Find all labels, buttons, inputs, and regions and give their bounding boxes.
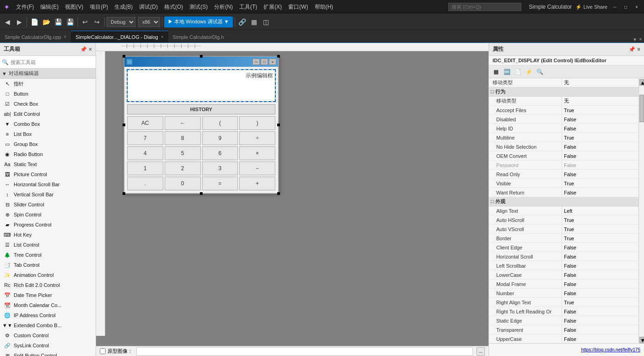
prop-value-1-5[interactable]: False — [562, 252, 639, 261]
attach-btn[interactable]: 🔗 — [237, 16, 248, 27]
toolbox-item-27[interactable]: ⊞ Split Button Control — [0, 351, 96, 356]
toolbox-item-16[interactable]: ☰ List Control — [0, 240, 96, 250]
toolbox-item-10[interactable]: ↔ Horizontal Scroll Bar — [0, 179, 96, 189]
properties-close-btn[interactable]: × — [637, 46, 640, 53]
display-area[interactable]: 示例编辑框 — [127, 70, 275, 102]
prop-value-1-10[interactable]: True — [562, 298, 639, 307]
prop-value-1-11[interactable]: False — [562, 307, 639, 316]
toolbox-search-input[interactable] — [11, 59, 94, 65]
prop-grid-btn[interactable]: ▦ — [491, 67, 501, 77]
calc-btn-r1-c0[interactable]: 7 — [127, 131, 163, 145]
toolbox-pin-btn[interactable]: 📌 — [80, 46, 87, 53]
menu-item-文件(F)[interactable]: 文件(F) — [13, 2, 37, 12]
menu-item-项目(P)[interactable]: 项目(P) — [87, 2, 111, 12]
calc-btn-r0-c0[interactable]: AC — [127, 116, 163, 130]
prop-value-0-5[interactable]: False — [562, 142, 639, 151]
menu-item-扩展(X)[interactable]: 扩展(X) — [261, 2, 284, 12]
live-share-btn[interactable]: ⚡ Live Share — [575, 4, 607, 10]
handle-bl[interactable] — [123, 192, 125, 195]
toolbox-item-2[interactable]: ☑ Check Box — [0, 99, 96, 109]
save-all-btn[interactable]: 💾 — [64, 16, 75, 27]
toolbox-item-0[interactable]: ↖ 指针 — [0, 79, 96, 89]
prop-value-1-6[interactable]: False — [562, 261, 639, 270]
calc-btn-r2-c0[interactable]: 4 — [127, 146, 163, 160]
save-btn[interactable]: 💾 — [53, 16, 64, 27]
menu-item-测试(S)[interactable]: 测试(S) — [187, 2, 210, 12]
run-btn[interactable]: ▶ 本地 Windows 调试器 ▼ — [164, 16, 233, 27]
prop-value-0-9[interactable]: True — [562, 179, 639, 188]
toolbox-item-23[interactable]: 🌐 IP Address Control — [0, 310, 96, 320]
calc-btn-r0-c1[interactable]: ← — [165, 116, 201, 130]
forward-btn[interactable]: ▶ — [14, 16, 25, 27]
calc-btn-r2-c1[interactable]: 5 — [165, 146, 201, 160]
undo-btn[interactable]: ↩ — [80, 16, 91, 27]
dialog-preview[interactable]: □ ─ □ × 示例编辑框 — [123, 56, 279, 194]
platform-dropdown[interactable]: x86 — [138, 17, 160, 27]
toolbox-item-1[interactable]: □ Button — [0, 89, 96, 99]
prop-section-0[interactable]: □ 行为 — [489, 87, 639, 97]
tab-dropdown-btn[interactable]: ▼ — [633, 37, 637, 42]
toolbox-item-17[interactable]: 🌲 Tree Control — [0, 250, 96, 260]
calc-btn-r0-c3[interactable]: ) — [239, 116, 275, 130]
toolbox-item-3[interactable]: ab| Edit Control — [0, 109, 96, 119]
handle-tl[interactable] — [123, 55, 125, 58]
close-btn[interactable]: × — [633, 3, 640, 11]
calc-btn-r0-c2[interactable]: ( — [202, 116, 238, 130]
prop-page-btn[interactable]: 📄 — [513, 67, 523, 77]
menu-item-帮助(H)[interactable]: 帮助(H) — [312, 2, 336, 12]
dialog-min-btn[interactable]: ─ — [252, 59, 260, 65]
menu-item-调试(D)[interactable]: 调试(D) — [136, 2, 161, 12]
global-search-input[interactable] — [448, 3, 521, 11]
toolbox-item-25[interactable]: ⚙ Custom Control — [0, 330, 96, 340]
menu-item-编辑(E)[interactable]: 编辑(E) — [38, 2, 61, 12]
prop-section-1[interactable]: □ 外观 — [489, 197, 639, 206]
prop-value-0-1[interactable]: True — [562, 106, 639, 114]
tab-1-close[interactable]: × — [161, 34, 164, 39]
prop-value-0-4[interactable]: True — [562, 133, 639, 142]
toolbox-item-12[interactable]: ⊟ Slider Control — [0, 200, 96, 210]
menu-item-格式(O)[interactable]: 格式(O) — [161, 2, 186, 12]
prototype-checkbox[interactable] — [100, 348, 106, 354]
properties-pin-btn[interactable]: 📌 — [628, 46, 635, 53]
prop-value-0-10[interactable]: False — [562, 188, 639, 197]
prop-search-btn[interactable]: 🔍 — [535, 67, 545, 77]
prop-value-1-2[interactable]: True — [562, 225, 639, 233]
properties-link[interactable]: https://blog.csdn.net/feifly175 — [581, 347, 640, 352]
handle-top[interactable] — [200, 55, 203, 58]
maximize-btn[interactable]: □ — [622, 3, 629, 11]
prop-value-0-6[interactable]: False — [562, 151, 639, 160]
prop-value-1-8[interactable]: False — [562, 280, 639, 288]
handle-tr[interactable] — [277, 55, 280, 58]
prop-value-1-4[interactable]: False — [562, 243, 639, 252]
tab-0-close[interactable]: × — [64, 34, 67, 39]
calc-btn-r1-c3[interactable]: ÷ — [239, 131, 275, 145]
toolbox-item-6[interactable]: ▭ Group Box — [0, 139, 96, 149]
calc-btn-r4-c1[interactable]: 0 — [165, 177, 201, 190]
toolbox-item-7[interactable]: ◉ Radio Button — [0, 149, 96, 159]
dialog-close-btn[interactable]: × — [269, 59, 276, 65]
menu-item-窗口(W)[interactable]: 窗口(W) — [285, 2, 311, 12]
prop-value-1-14[interactable]: False — [562, 334, 639, 343]
prop-value-1-9[interactable]: False — [562, 289, 639, 297]
config-dropdown[interactable]: Debug — [107, 17, 135, 27]
prop-value-0-7[interactable]: False — [562, 161, 639, 169]
properties-scrollbar[interactable]: ▲ ▼ — [639, 78, 644, 343]
menu-item-视图(V)[interactable]: 视图(V) — [62, 2, 86, 12]
menu-item-工具(T)[interactable]: 工具(T) — [236, 2, 260, 12]
close-tab-btn[interactable]: × — [639, 36, 642, 43]
menu-item-生成(B)[interactable]: 生成(B) — [112, 2, 135, 12]
toolbox-item-20[interactable]: Rc Rich Edit 2.0 Control — [0, 280, 96, 290]
toolbox-section-header[interactable]: ▼ 对话框编辑器 — [0, 69, 96, 79]
open-btn[interactable]: 📂 — [41, 16, 52, 27]
toolbox-item-24[interactable]: ▼▼ Extended Combo B... — [0, 320, 96, 330]
toolbox-item-13[interactable]: ⊕ Spin Control — [0, 210, 96, 220]
prop-value-1-7[interactable]: False — [562, 270, 639, 279]
new-btn[interactable]: 📄 — [29, 16, 40, 27]
prop-value-0-8[interactable]: False — [562, 170, 639, 178]
toolbox-item-26[interactable]: 🔗 SysLink Control — [0, 340, 96, 351]
toolbox-item-14[interactable]: ▰ Progress Control — [0, 220, 96, 230]
menu-item-分析(N)[interactable]: 分析(N) — [211, 2, 236, 12]
prop-value-0-2[interactable]: False — [562, 115, 639, 124]
toolbox-item-19[interactable]: ✨ Animation Control — [0, 270, 96, 280]
prop-value-0-3[interactable]: False — [562, 124, 639, 133]
